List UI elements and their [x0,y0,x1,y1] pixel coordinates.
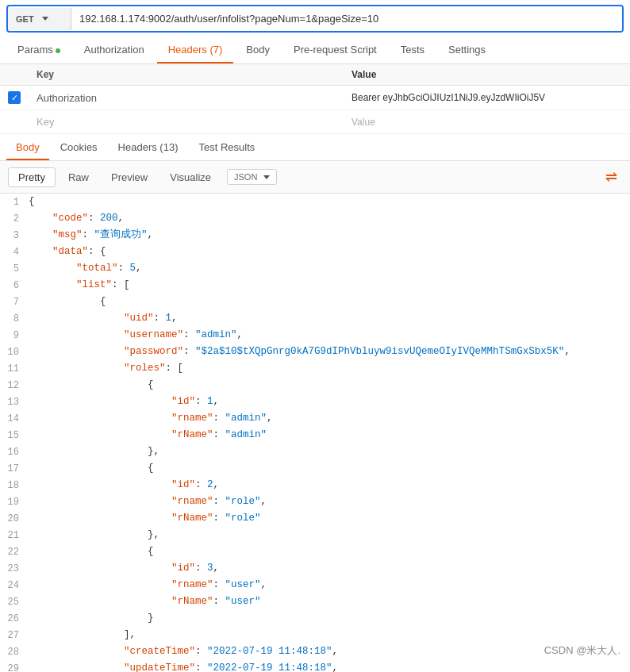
code-line: 12 { [0,377,630,394]
line-content: }, [29,527,630,543]
method-label: GET [16,14,34,24]
line-number: 17 [0,460,29,477]
line-content: "rName": "admin" [29,427,630,443]
line-content: }, [29,444,630,459]
code-line: 24 "rname": "user", [0,577,630,593]
watermark: CSDN @米大人. [544,643,620,658]
wrap-lines-icon[interactable]: ⇌ [601,166,622,188]
line-content: "roles": [ [29,360,630,376]
format-bar: Pretty Raw Preview Visualize JSON ⇌ [0,161,630,194]
fmt-preview[interactable]: Preview [102,168,157,186]
line-number: 13 [0,394,29,410]
line-content: "code": 200, [29,210,630,226]
row-checkbox-cell-empty[interactable] [0,110,29,134]
code-line: 3 "msg": "查询成功", [0,227,630,244]
tab-params[interactable]: Params [6,37,71,63]
code-line: 11 "roles": [ [0,360,630,377]
line-content: "createTime": "2022-07-19 11:48:18", [29,643,630,659]
tab-tests[interactable]: Tests [390,37,436,63]
code-line: 23 "id": 3, [0,560,630,577]
tab-settings[interactable]: Settings [437,37,497,63]
format-select-chevron [263,175,270,179]
method-select[interactable]: GET [8,8,71,30]
line-number: 21 [0,527,29,543]
code-area[interactable]: 1{2 "code": 200,3 "msg": "查询成功",4 "data"… [0,194,630,672]
code-line: 2 "code": 200, [0,210,630,227]
resp-tab-body[interactable]: Body [6,136,49,160]
line-content: "msg": "查询成功", [29,227,630,243]
resp-tab-cookies[interactable]: Cookies [51,136,107,160]
line-content: "rName": "user" [29,593,630,609]
header-key-authorization[interactable]: Authorization [29,86,344,110]
tab-headers[interactable]: Headers (7) [157,37,234,63]
line-content: "id": 1, [29,394,630,409]
code-line: 20 "rName": "role" [0,510,630,527]
line-number: 1 [0,194,29,210]
header-value-empty[interactable]: Value [344,110,630,134]
line-content: "data": { [29,244,630,259]
code-line: 25 "rName": "user" [0,593,630,610]
code-line: 22 { [0,543,630,560]
line-content: "updateTime": "2022-07-19 11:48:18", [29,660,630,672]
table-row: Authorization Bearer eyJhbGciOiJIUzI1NiJ… [0,86,630,110]
tab-pre-request[interactable]: Pre-request Script [282,37,388,63]
code-line: 15 "rName": "admin" [0,427,630,444]
line-number: 2 [0,210,29,227]
line-number: 5 [0,260,29,277]
response-tabs: Body Cookies Headers (13) Test Results [0,136,630,161]
line-number: 6 [0,277,29,294]
header-key-empty[interactable]: Key [29,110,344,134]
line-content: "rname": "admin", [29,410,630,426]
key-col-header: Key [29,64,344,86]
value-col-header: Value [344,64,630,86]
code-line: 16 }, [0,444,630,460]
method-dropdown-icon [42,17,48,21]
line-number: 14 [0,410,29,427]
line-number: 27 [0,627,29,643]
code-line: 1{ [0,194,630,210]
fmt-pretty[interactable]: Pretty [8,167,56,187]
line-number: 11 [0,360,29,377]
line-number: 26 [0,610,29,627]
code-line: 4 "data": { [0,244,630,260]
format-type-select[interactable]: JSON [227,169,277,185]
tab-authorization[interactable]: Authorization [73,37,156,63]
fmt-visualize[interactable]: Visualize [160,168,221,186]
line-number: 20 [0,510,29,527]
tab-body[interactable]: Body [235,37,281,63]
resp-tab-test-results[interactable]: Test Results [189,136,264,160]
code-line: 5 "total": 5, [0,260,630,277]
line-number: 22 [0,543,29,560]
code-line: 8 "uid": 1, [0,310,630,327]
headers-table: Key Value Authorization Bearer eyJhbGciO… [0,64,630,134]
line-content: { [29,460,630,476]
fmt-raw[interactable]: Raw [59,168,98,186]
line-number: 25 [0,593,29,610]
table-row: Key Value [0,110,630,134]
line-content: "id": 3, [29,560,630,576]
line-content: "rname": "user", [29,577,630,593]
url-bar: GET [6,5,624,33]
line-content: "password": "$2a$10$tXQpGnrg0kA7G9dIPhVb… [29,344,630,359]
checkbox-col-header [0,64,29,86]
line-number: 16 [0,444,29,460]
row-checkbox-cell[interactable] [0,86,29,110]
checkbox-checked[interactable] [8,91,21,104]
line-content: "username": "admin", [29,327,630,343]
code-line: 17 { [0,460,630,477]
line-number: 23 [0,560,29,577]
line-content: { [29,194,630,209]
code-line: 26 } [0,610,630,627]
resp-tab-headers[interactable]: Headers (13) [109,136,188,160]
code-line: 6 "list": [ [0,277,630,294]
line-number: 3 [0,227,29,244]
line-number: 10 [0,344,29,360]
line-content: { [29,543,630,559]
line-content: { [29,294,630,309]
url-input[interactable] [71,6,622,31]
line-number: 7 [0,294,29,310]
header-value-bearer[interactable]: Bearer eyJhbGciOiJIUzI1NiJ9.eyJzdWIiOiJ5… [344,86,630,110]
code-line: 28 "createTime": "2022-07-19 11:48:18", [0,643,630,660]
line-content: { [29,377,630,393]
code-line: 13 "id": 1, [0,394,630,410]
